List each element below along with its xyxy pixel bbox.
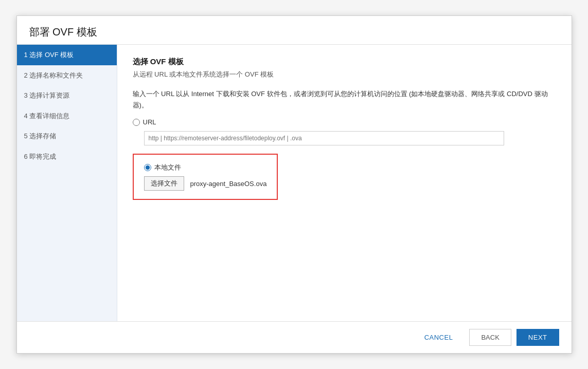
dialog-footer: CANCEL BACK NEXT [17, 321, 572, 353]
dialog-title: 部署 OVF 模板 [17, 16, 572, 45]
main-content: 选择 OVF 模板 从远程 URL 或本地文件系统选择一个 OVF 模板 输入一… [117, 45, 572, 321]
sidebar-item-step3[interactable]: 3 选择计算资源 [17, 85, 117, 106]
url-radio-text: URL [143, 118, 156, 126]
sidebar-item-step1[interactable]: 1 选择 OVF 模板 [17, 45, 117, 65]
url-input[interactable] [144, 131, 504, 145]
section-title: 选择 OVF 模板 [133, 57, 556, 67]
sidebar-item-step2[interactable]: 2 选择名称和文件夹 [17, 65, 117, 86]
local-file-radio-label[interactable]: 本地文件 [144, 163, 267, 172]
dialog-container: 部署 OVF 模板 1 选择 OVF 模板 2 选择名称和文件夹 3 选择计算资… [16, 15, 572, 354]
url-radio-input[interactable] [133, 119, 140, 126]
back-button[interactable]: BACK [469, 329, 511, 346]
file-name-text: proxy-agent_BaseOS.ova [190, 180, 267, 188]
local-file-radio-input[interactable] [144, 164, 151, 171]
section-subtitle: 从远程 URL 或本地文件系统选择一个 OVF 模板 [133, 70, 556, 79]
dialog-body: 1 选择 OVF 模板 2 选择名称和文件夹 3 选择计算资源 4 查看详细信息… [17, 45, 572, 321]
description-text: 输入一个 URL 以从 Internet 下载和安装 OVF 软件包，或者浏览到… [133, 88, 556, 111]
local-file-box: 本地文件 选择文件 proxy-agent_BaseOS.ova [133, 154, 278, 200]
next-button[interactable]: NEXT [516, 329, 559, 346]
sidebar: 1 选择 OVF 模板 2 选择名称和文件夹 3 选择计算资源 4 查看详细信息… [17, 45, 117, 321]
sidebar-item-step6[interactable]: 6 即将完成 [17, 146, 117, 167]
url-radio-group: URL [133, 118, 556, 126]
local-file-row: 选择文件 proxy-agent_BaseOS.ova [144, 176, 267, 191]
url-radio-label[interactable]: URL [133, 118, 556, 126]
dialog-title-text: 部署 OVF 模板 [29, 26, 97, 38]
choose-file-button[interactable]: 选择文件 [144, 176, 184, 191]
sidebar-item-step5[interactable]: 5 选择存储 [17, 126, 117, 146]
cancel-button[interactable]: CANCEL [413, 329, 465, 345]
sidebar-item-step4[interactable]: 4 查看详细信息 [17, 106, 117, 126]
local-file-radio-text: 本地文件 [154, 163, 181, 172]
